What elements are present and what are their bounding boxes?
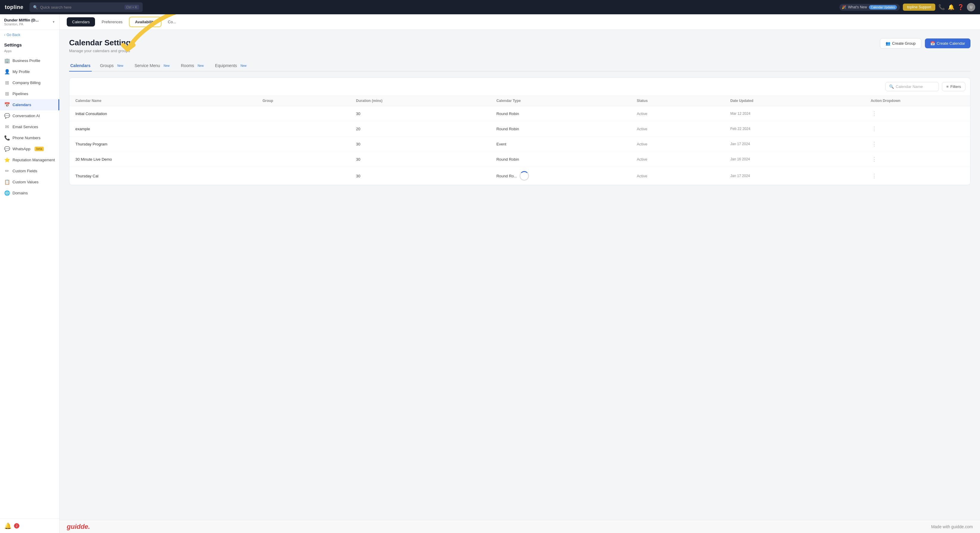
footer-logo: guidde. — [67, 523, 90, 531]
row-4-name: Thursday Cal — [75, 174, 262, 178]
loading-spinner — [520, 171, 529, 180]
sidebar-item-my-profile[interactable]: 👤 My Profile — [0, 66, 59, 77]
sidebar-item-business-profile[interactable]: 🏢 Business Profile — [0, 55, 59, 66]
col-date-updated: Date Updated — [730, 99, 871, 103]
col-calendar-type: Calendar Type — [496, 99, 636, 103]
phone-icon[interactable]: 📞 — [938, 4, 945, 10]
main-layout: Dunder Mifflin (D... Scranton, PA ▼ ‹ Go… — [0, 14, 980, 533]
sidebar-item-conversation-ai[interactable]: 💬 Conversation AI — [0, 110, 59, 121]
sub-tab-groups[interactable]: Groups New — [99, 60, 126, 72]
header-actions: 👥 Create Group 📅 Create Calendar — [880, 38, 970, 49]
service-menu-new-badge: New — [162, 64, 171, 68]
row-4-action-button[interactable]: ⋮ — [871, 172, 878, 179]
col-status: Status — [637, 99, 730, 103]
row-0-status: Active — [637, 112, 730, 116]
page-title-block: Calendar Settings Manage your calendars … — [69, 38, 135, 53]
reputation-management-icon: ⭐ — [4, 157, 10, 163]
create-calendar-button[interactable]: 📅 Create Calendar — [925, 38, 970, 48]
support-button[interactable]: topline Support — [903, 3, 935, 11]
bell-icon[interactable]: 🔔 — [948, 4, 955, 10]
row-3-date: Jan 16 2024 — [730, 157, 871, 161]
table-row: Thursday Program 30 Event Active Jan 17 … — [69, 137, 970, 152]
row-1-duration: 20 — [356, 127, 496, 131]
row-2-date: Jan 17 2024 — [730, 142, 871, 146]
filter-button[interactable]: ≡ Filters — [942, 82, 966, 91]
sidebar-item-custom-values[interactable]: 📋 Custom Values — [0, 177, 59, 188]
row-2-duration: 30 — [356, 142, 496, 146]
row-3-name: 30 Minute Live Demo — [75, 157, 262, 161]
create-group-label: Create Group — [892, 41, 916, 46]
main-content: Calendars Preferences Availability Co... — [60, 14, 980, 533]
sub-tab-groups-label: Groups — [100, 63, 114, 68]
sidebar-item-domains[interactable]: 🌐 Domains — [0, 188, 59, 198]
top-nav: topline 🔍 Quick search here Ctrl + K 🎉 W… — [0, 0, 980, 14]
row-4-status: Active — [637, 174, 730, 178]
table-row: example 20 Round Robin Active Feb 22 202… — [69, 121, 970, 137]
row-4-type: Round Ro... — [496, 171, 636, 180]
row-0-name: Initial Consultation — [75, 112, 262, 116]
sidebar-item-company-billing[interactable]: ⊞ Company Billing — [0, 77, 59, 88]
whats-new-icon: 🎉 — [842, 5, 846, 9]
tab-calendars[interactable]: Calendars — [67, 17, 95, 27]
custom-fields-icon: ✏ — [4, 168, 10, 174]
chevron-down-icon: ▼ — [52, 20, 55, 24]
sidebar-item-phone-numbers[interactable]: 📞 Phone Numbers — [0, 132, 59, 144]
sidebar-item-reputation-management[interactable]: ⭐ Reputation Management — [0, 155, 59, 166]
business-profile-icon: 🏢 — [4, 58, 10, 64]
row-0-duration: 30 — [356, 112, 496, 116]
notification-icon[interactable]: 🔔 — [4, 522, 12, 530]
search-bar[interactable]: 🔍 Quick search here Ctrl + K — [30, 2, 143, 12]
sidebar-item-pipelines[interactable]: ⊞ Pipelines — [0, 88, 59, 99]
row-3-action-button[interactable]: ⋮ — [871, 156, 878, 163]
sidebar-item-calendars[interactable]: 📅 Calendars — [0, 99, 59, 110]
sidebar-item-custom-fields[interactable]: ✏ Custom Fields — [0, 166, 59, 177]
sidebar-item-email-services[interactable]: ✉ Email Services — [0, 121, 59, 132]
rooms-new-badge: New — [196, 64, 205, 68]
create-group-button[interactable]: 👥 Create Group — [880, 38, 921, 49]
sub-tab-calendars[interactable]: Calendars — [69, 60, 92, 72]
phone-numbers-icon: 📞 — [4, 135, 10, 141]
sidebar-bottom: 🔔 2 — [0, 519, 59, 533]
domains-icon: 🌐 — [4, 190, 10, 196]
tab-availability-wrapper: Availability — [129, 17, 161, 27]
tab-preferences[interactable]: Preferences — [96, 17, 128, 27]
org-name: Dunder Mifflin (D... — [4, 18, 39, 22]
calendar-name-search[interactable]: 🔍 Calendar Name — [885, 82, 939, 91]
row-2-action-button[interactable]: ⋮ — [871, 141, 878, 147]
whats-new-badge: Calendar Updates — [869, 5, 897, 10]
go-back-link[interactable]: ‹ Go Back — [0, 30, 59, 40]
footer: guidde. Made with guidde.com — [60, 520, 980, 533]
back-arrow-icon: ‹ — [4, 33, 5, 37]
table-toolbar: 🔍 Calendar Name ≡ Filters — [69, 78, 970, 96]
settings-label: Settings — [0, 40, 59, 49]
row-4-duration: 30 — [356, 174, 496, 178]
help-icon[interactable]: ❓ — [957, 4, 964, 10]
content-area: Calendar Settings Manage your calendars … — [60, 30, 980, 520]
whats-new-label: What's New — [848, 5, 867, 9]
row-3-status: Active — [637, 157, 730, 161]
row-4-date: Jan 17 2024 — [730, 174, 871, 178]
sub-tab-service-menu[interactable]: Service Menu New — [134, 60, 173, 72]
col-group: Group — [262, 99, 356, 103]
sidebar-item-label: Email Services — [13, 124, 38, 129]
row-1-name: example — [75, 127, 262, 131]
org-selector[interactable]: Dunder Mifflin (D... Scranton, PA ▼ — [0, 14, 59, 30]
whats-new-button[interactable]: 🎉 What's New Calendar Updates — [839, 4, 900, 11]
sidebar-item-whatsapp[interactable]: 💬 WhatsApp beta — [0, 144, 59, 155]
conversation-ai-icon: 💬 — [4, 113, 10, 119]
groups-new-badge: New — [116, 64, 125, 68]
create-calendar-icon: 📅 — [930, 41, 935, 46]
row-2-name: Thursday Program — [75, 142, 262, 146]
sub-tab-rooms[interactable]: Rooms New — [180, 60, 207, 72]
sub-tab-equipments[interactable]: Equipments New — [214, 60, 250, 72]
sidebar-item-label: Phone Numbers — [13, 136, 40, 140]
row-0-action-button[interactable]: ⋮ — [871, 110, 878, 117]
row-1-action-button[interactable]: ⋮ — [871, 126, 878, 132]
tab-connections[interactable]: Co... — [163, 17, 181, 27]
email-services-icon: ✉ — [4, 124, 10, 130]
sidebar-item-label: Company Billing — [13, 80, 40, 85]
avatar[interactable]: U — [967, 3, 975, 11]
sidebar-item-label: Conversation AI — [13, 113, 40, 118]
sidebar-item-label: Business Profile — [13, 58, 40, 63]
tab-availability[interactable]: Availability — [129, 17, 161, 27]
